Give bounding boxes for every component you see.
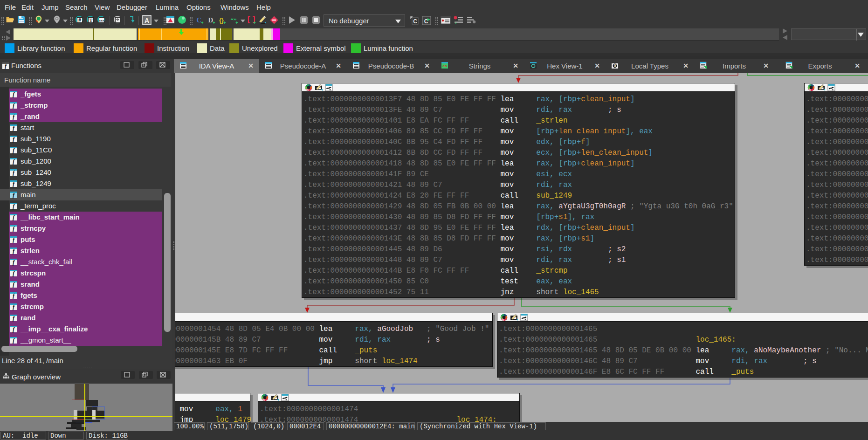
svg-text:+: +: [253, 21, 255, 25]
svg-text:+: +: [223, 21, 226, 25]
svg-text:+: +: [213, 21, 215, 25]
svg-text:+: +: [235, 21, 238, 25]
svg-text:A: A: [145, 17, 149, 24]
svg-text:#: #: [78, 18, 81, 23]
svg-text:+: +: [455, 21, 457, 25]
svg-text:xxx: xxx: [99, 19, 104, 22]
svg-text:C: C: [413, 18, 417, 25]
svg-text:T: T: [90, 18, 93, 23]
svg-text:+: +: [201, 21, 203, 25]
